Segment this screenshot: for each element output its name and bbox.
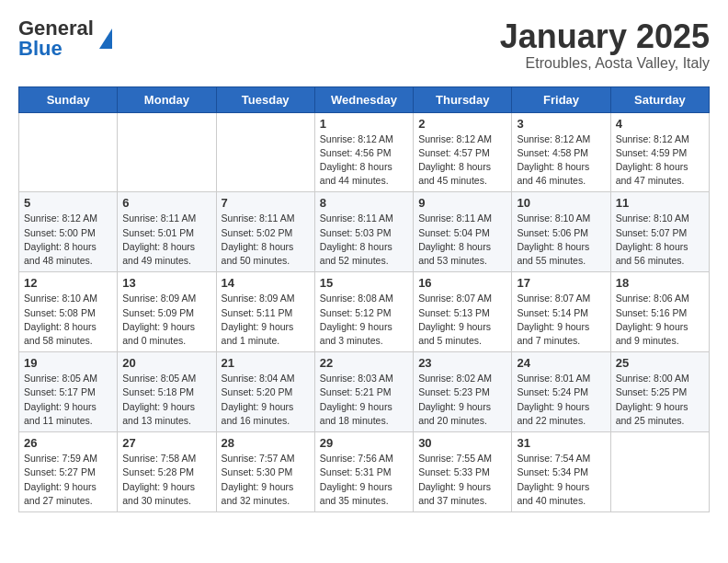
- day-number: 13: [122, 276, 210, 290]
- day-info: Sunrise: 8:06 AM Sunset: 5:16 PM Dayligh…: [616, 292, 704, 348]
- day-number: 12: [24, 276, 112, 290]
- day-number: 4: [616, 117, 704, 131]
- day-number: 19: [24, 356, 112, 370]
- calendar-cell: 12Sunrise: 8:10 AM Sunset: 5:08 PM Dayli…: [19, 272, 118, 352]
- calendar-cell: 8Sunrise: 8:11 AM Sunset: 5:03 PM Daylig…: [314, 192, 413, 272]
- calendar-cell: 15Sunrise: 8:08 AM Sunset: 5:12 PM Dayli…: [314, 272, 413, 352]
- month-title: January 2025: [500, 18, 710, 55]
- day-info: Sunrise: 8:10 AM Sunset: 5:06 PM Dayligh…: [517, 212, 605, 268]
- day-number: 26: [24, 436, 112, 450]
- calendar-cell: 24Sunrise: 8:01 AM Sunset: 5:24 PM Dayli…: [512, 352, 610, 432]
- day-info: Sunrise: 8:10 AM Sunset: 5:07 PM Dayligh…: [616, 212, 704, 268]
- calendar-week-row: 5Sunrise: 8:12 AM Sunset: 5:00 PM Daylig…: [19, 192, 710, 272]
- day-info: Sunrise: 8:11 AM Sunset: 5:04 PM Dayligh…: [418, 212, 506, 268]
- day-number: 21: [222, 356, 310, 370]
- day-number: 3: [517, 117, 605, 131]
- calendar-week-row: 26Sunrise: 7:59 AM Sunset: 5:27 PM Dayli…: [19, 432, 710, 512]
- day-number: 6: [122, 196, 210, 210]
- calendar-cell: 28Sunrise: 7:57 AM Sunset: 5:30 PM Dayli…: [216, 432, 314, 512]
- day-info: Sunrise: 7:56 AM Sunset: 5:31 PM Dayligh…: [320, 452, 408, 508]
- calendar-cell: 4Sunrise: 8:12 AM Sunset: 4:59 PM Daylig…: [610, 112, 709, 192]
- calendar-day-header: Monday: [118, 86, 216, 112]
- day-info: Sunrise: 7:58 AM Sunset: 5:28 PM Dayligh…: [122, 452, 210, 508]
- calendar-cell: 5Sunrise: 8:12 AM Sunset: 5:00 PM Daylig…: [19, 192, 118, 272]
- day-info: Sunrise: 8:09 AM Sunset: 5:11 PM Dayligh…: [222, 292, 310, 348]
- day-info: Sunrise: 8:04 AM Sunset: 5:20 PM Dayligh…: [222, 372, 310, 428]
- logo-blue-text: Blue: [18, 39, 94, 59]
- calendar-cell: [118, 112, 216, 192]
- day-number: 8: [320, 196, 408, 210]
- day-info: Sunrise: 8:07 AM Sunset: 5:13 PM Dayligh…: [418, 292, 506, 348]
- day-info: Sunrise: 8:11 AM Sunset: 5:02 PM Dayligh…: [222, 212, 310, 268]
- calendar-cell: 19Sunrise: 8:05 AM Sunset: 5:17 PM Dayli…: [19, 352, 118, 432]
- day-number: 7: [222, 196, 310, 210]
- calendar-cell: [19, 112, 118, 192]
- calendar-cell: 25Sunrise: 8:00 AM Sunset: 5:25 PM Dayli…: [610, 352, 709, 432]
- day-info: Sunrise: 8:05 AM Sunset: 5:18 PM Dayligh…: [122, 372, 210, 428]
- calendar-cell: 1Sunrise: 8:12 AM Sunset: 4:56 PM Daylig…: [314, 112, 413, 192]
- calendar-cell: [610, 432, 709, 512]
- calendar-day-header: Sunday: [19, 86, 118, 112]
- day-info: Sunrise: 8:05 AM Sunset: 5:17 PM Dayligh…: [24, 372, 112, 428]
- calendar-cell: 26Sunrise: 7:59 AM Sunset: 5:27 PM Dayli…: [19, 432, 118, 512]
- calendar-cell: 23Sunrise: 8:02 AM Sunset: 5:23 PM Dayli…: [414, 352, 512, 432]
- title-block: January 2025 Etroubles, Aosta Valley, It…: [500, 18, 710, 72]
- day-info: Sunrise: 8:09 AM Sunset: 5:09 PM Dayligh…: [122, 292, 210, 348]
- page-header: General Blue January 2025 Etroubles, Aos…: [18, 18, 710, 72]
- calendar-day-header: Friday: [512, 86, 610, 112]
- calendar-cell: 14Sunrise: 8:09 AM Sunset: 5:11 PM Dayli…: [216, 272, 314, 352]
- day-info: Sunrise: 8:12 AM Sunset: 4:57 PM Dayligh…: [418, 132, 506, 189]
- calendar-cell: 21Sunrise: 8:04 AM Sunset: 5:20 PM Dayli…: [216, 352, 314, 432]
- calendar-cell: 20Sunrise: 8:05 AM Sunset: 5:18 PM Dayli…: [118, 352, 216, 432]
- calendar-day-header: Saturday: [610, 86, 709, 112]
- day-number: 29: [320, 436, 408, 450]
- calendar-cell: 2Sunrise: 8:12 AM Sunset: 4:57 PM Daylig…: [414, 112, 512, 192]
- day-info: Sunrise: 8:10 AM Sunset: 5:08 PM Dayligh…: [24, 292, 112, 348]
- calendar-header-row: SundayMondayTuesdayWednesdayThursdayFrid…: [19, 86, 710, 112]
- logo-general-text: General: [18, 18, 94, 39]
- day-info: Sunrise: 8:12 AM Sunset: 5:00 PM Dayligh…: [24, 212, 112, 268]
- day-info: Sunrise: 7:57 AM Sunset: 5:30 PM Dayligh…: [222, 452, 310, 508]
- day-info: Sunrise: 8:07 AM Sunset: 5:14 PM Dayligh…: [517, 292, 605, 348]
- day-number: 27: [122, 436, 210, 450]
- day-number: 30: [418, 436, 506, 450]
- day-number: 25: [616, 356, 704, 370]
- day-number: 9: [418, 196, 506, 210]
- day-info: Sunrise: 8:00 AM Sunset: 5:25 PM Dayligh…: [616, 372, 704, 428]
- calendar-day-header: Wednesday: [314, 86, 413, 112]
- day-info: Sunrise: 8:08 AM Sunset: 5:12 PM Dayligh…: [320, 292, 408, 348]
- day-number: 23: [418, 356, 506, 370]
- day-number: 14: [222, 276, 310, 290]
- day-info: Sunrise: 8:11 AM Sunset: 5:03 PM Dayligh…: [320, 212, 408, 268]
- calendar-cell: 11Sunrise: 8:10 AM Sunset: 5:07 PM Dayli…: [610, 192, 709, 272]
- calendar-day-header: Thursday: [414, 86, 512, 112]
- day-info: Sunrise: 8:12 AM Sunset: 4:59 PM Dayligh…: [616, 132, 704, 189]
- calendar-week-row: 1Sunrise: 8:12 AM Sunset: 4:56 PM Daylig…: [19, 112, 710, 192]
- day-info: Sunrise: 7:55 AM Sunset: 5:33 PM Dayligh…: [418, 452, 506, 508]
- calendar-cell: 30Sunrise: 7:55 AM Sunset: 5:33 PM Dayli…: [414, 432, 512, 512]
- day-number: 15: [320, 276, 408, 290]
- day-number: 24: [517, 356, 605, 370]
- day-info: Sunrise: 7:59 AM Sunset: 5:27 PM Dayligh…: [24, 452, 112, 508]
- day-number: 18: [616, 276, 704, 290]
- day-info: Sunrise: 8:11 AM Sunset: 5:01 PM Dayligh…: [122, 212, 210, 268]
- day-number: 20: [122, 356, 210, 370]
- calendar-cell: 31Sunrise: 7:54 AM Sunset: 5:34 PM Dayli…: [512, 432, 610, 512]
- calendar-cell: 7Sunrise: 8:11 AM Sunset: 5:02 PM Daylig…: [216, 192, 314, 272]
- calendar-cell: 6Sunrise: 8:11 AM Sunset: 5:01 PM Daylig…: [118, 192, 216, 272]
- calendar-cell: 22Sunrise: 8:03 AM Sunset: 5:21 PM Dayli…: [314, 352, 413, 432]
- calendar-cell: 10Sunrise: 8:10 AM Sunset: 5:06 PM Dayli…: [512, 192, 610, 272]
- calendar-cell: 29Sunrise: 7:56 AM Sunset: 5:31 PM Dayli…: [314, 432, 413, 512]
- day-info: Sunrise: 8:01 AM Sunset: 5:24 PM Dayligh…: [517, 372, 605, 428]
- day-number: 11: [616, 196, 704, 210]
- calendar-week-row: 12Sunrise: 8:10 AM Sunset: 5:08 PM Dayli…: [19, 272, 710, 352]
- day-number: 31: [517, 436, 605, 450]
- calendar-table: SundayMondayTuesdayWednesdayThursdayFrid…: [18, 86, 710, 512]
- calendar-cell: [216, 112, 314, 192]
- day-number: 16: [418, 276, 506, 290]
- day-number: 1: [320, 117, 408, 131]
- calendar-cell: 9Sunrise: 8:11 AM Sunset: 5:04 PM Daylig…: [414, 192, 512, 272]
- day-number: 10: [517, 196, 605, 210]
- calendar-day-header: Tuesday: [216, 86, 314, 112]
- day-number: 22: [320, 356, 408, 370]
